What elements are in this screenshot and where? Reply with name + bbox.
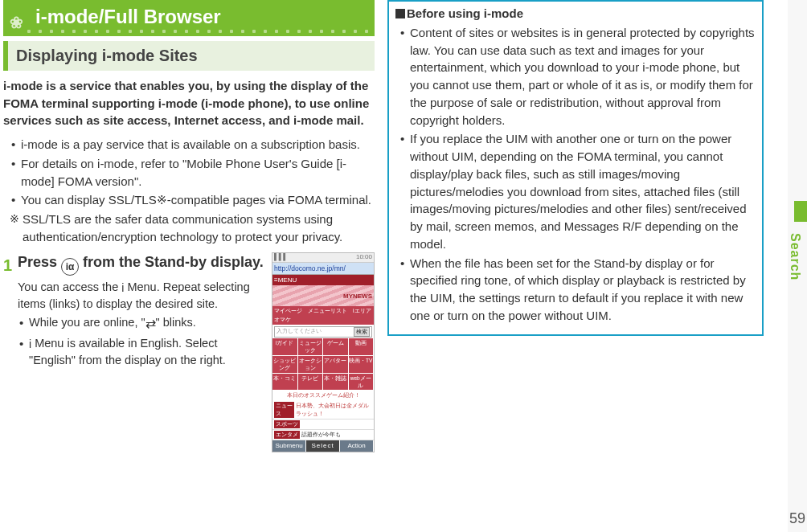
page-number: 59 <box>789 508 805 529</box>
phone-url: http://docomo.ne.jp/mn/ <box>272 263 374 275</box>
step-description: You can access the i Menu. Repeat select… <box>18 279 265 369</box>
cell: オークション <box>298 356 324 374</box>
phone-grid-row: iガイドミュージックゲーム動画 <box>272 338 374 356</box>
text: While you are online, " <box>29 316 145 329</box>
softkey-left: Submenu <box>272 440 306 452</box>
phone-news: スポーツ <box>272 419 374 430</box>
cell: 映画・TV <box>349 356 375 374</box>
tag: スポーツ <box>274 420 300 428</box>
cell: ゲーム <box>323 338 349 356</box>
text: Press <box>18 254 61 270</box>
cell: webメール <box>349 374 375 391</box>
notice-box: Before using i-mode Content of sites or … <box>387 0 764 336</box>
square-icon <box>395 9 405 18</box>
cell: iガイド <box>272 338 298 356</box>
phone-hero: MYNEWS <box>272 285 374 306</box>
step-number: 1 <box>3 252 18 452</box>
bullet-item: When the file has been set for the Stand… <box>400 255 756 325</box>
cell: ショッピング <box>272 356 298 374</box>
text: You can access the <box>18 280 121 293</box>
bullet-item: If you replace the UIM with another one … <box>400 130 756 252</box>
phone-softkeys: Submenu Select Action <box>272 440 374 452</box>
sub-bullet: While you are online, "⇄" blinks. <box>19 314 265 333</box>
bullet-item: Content of sites or websites is in gener… <box>400 24 756 129</box>
left-column: i-mode/Full Browser Displaying i-mode Si… <box>0 0 381 532</box>
phone-search: 入力してください 検索 <box>274 326 372 338</box>
step-1: 1 Press iα from the Stand-by display. Yo… <box>3 252 375 452</box>
placeholder: 入力してください <box>277 327 322 337</box>
bullet-item: i-mode is a pay service that is availabl… <box>11 136 375 153</box>
softkey-mid: Select <box>306 440 340 452</box>
right-column: Before using i-mode Content of sites or … <box>381 0 768 532</box>
text: 話題作が今年も <box>301 431 341 439</box>
phone-grid-row: 本・コミテレビ本・雑誌webメール <box>272 374 374 391</box>
phone-news: ニュース日本勢、大会初日は金メダルラッシュ！ <box>272 401 374 419</box>
tag: ニュース <box>274 402 294 418</box>
bullet-item: For details on i-mode, refer to "Mobile … <box>11 155 375 190</box>
side-tab: Search 59 <box>788 0 807 532</box>
notice-bullets: Content of sites or websites is in gener… <box>395 24 756 325</box>
chapter-banner: i-mode/Full Browser <box>3 0 375 36</box>
text: Menu is available in English. Select "En… <box>29 337 226 366</box>
section-header: Displaying i-mode Sites <box>3 41 375 71</box>
intro-paragraph: i-mode is a service that enables you, by… <box>3 77 375 129</box>
phone-statusbar: ▌▌▌10:00 <box>272 253 374 263</box>
phone-grid-row: ショッピングオークションアバター映画・TV <box>272 356 374 374</box>
tag: エンタメ <box>274 431 300 439</box>
phone-screenshot: ▌▌▌10:00 http://docomo.ne.jp/mn/ ≡MENU M… <box>272 252 375 452</box>
phone-tabs: マイページ メニューリスト iエリア オマケ <box>272 306 374 325</box>
side-tab-marker <box>794 201 807 222</box>
intro-bullets: i-mode is a pay service that is availabl… <box>3 136 375 209</box>
text: from the Stand-by display. <box>83 254 264 270</box>
phone-news: エンタメ話題作が今年も <box>272 430 374 440</box>
bullet-item: You can display SSL/TLS※-compatible page… <box>11 191 375 209</box>
step-title: Press iα from the Stand-by display. <box>18 252 265 276</box>
phone-menu-bar: ≡MENU <box>272 275 374 286</box>
softkey-right: Action <box>340 440 374 452</box>
cell: 動画 <box>349 338 375 356</box>
transfer-icon: ⇄ <box>145 314 156 333</box>
cell: 本・雑誌 <box>323 374 349 391</box>
heading-text: Before using i-mode <box>407 6 523 20</box>
cell: テレビ <box>298 374 324 391</box>
cell: 本・コミ <box>272 374 298 391</box>
notice-heading: Before using i-mode <box>395 5 756 23</box>
text: 日本勢、大会初日は金メダルラッシュ！ <box>296 402 372 418</box>
key-icon: iα <box>61 258 79 276</box>
search-btn: 検索 <box>354 327 370 337</box>
cell: ミュージック <box>298 338 324 356</box>
text: " blinks. <box>156 316 196 329</box>
sub-bullet: i Menu is available in English. Select "… <box>19 335 265 369</box>
side-tab-label: Search <box>786 233 805 280</box>
phone-promo: 本日のオススメゲーム紹介！ <box>272 391 374 400</box>
cell: アバター <box>323 356 349 374</box>
footnote: SSL/TLS are the safer data communication… <box>3 211 375 246</box>
